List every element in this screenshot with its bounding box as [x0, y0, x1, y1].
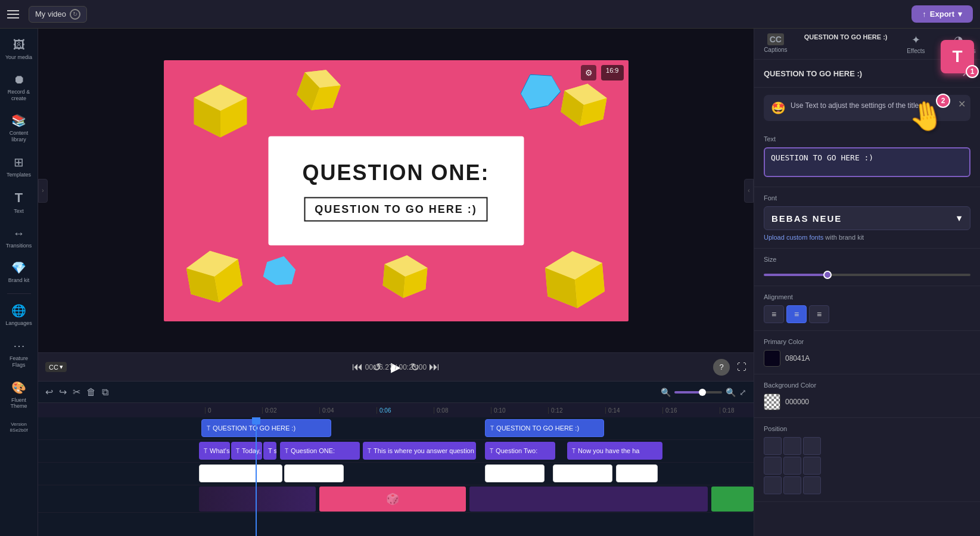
- delete-button[interactable]: 🗑: [86, 387, 96, 398]
- tab-effects[interactable]: ✦ Effects: [895, 29, 938, 59]
- ruler-mark-3: 0:06: [377, 407, 434, 414]
- clip-text-today[interactable]: T Today, w: [231, 442, 262, 460]
- zoom-in-button[interactable]: 🔍: [726, 388, 736, 397]
- video-canvas-wrap: › ‹: [38, 29, 754, 352]
- brand-icon: 💎: [11, 261, 26, 275]
- timeline: ↩ ↪ ✂ 🗑 ⧉ 🔍 🔍 ⤢ 0 0:02 0:04 0:06: [38, 381, 754, 536]
- size-slider[interactable]: [764, 274, 970, 276]
- clip-t-icon-5: T: [285, 448, 288, 454]
- sidebar-label-brand: Brand kit: [8, 277, 30, 284]
- sidebar-item-your-media[interactable]: 🖼 Your media: [2, 33, 36, 66]
- zoom-out-button[interactable]: 🔍: [661, 388, 671, 397]
- aspect-ratio-badge: 16:9: [601, 65, 623, 80]
- fit-button[interactable]: ⤢: [739, 388, 746, 397]
- menu-button[interactable]: [7, 7, 21, 21]
- time-separator: /: [395, 363, 399, 371]
- pos-midleft[interactable]: [764, 457, 782, 475]
- clip-text-answer[interactable]: T This is where you answer question one: [363, 442, 476, 460]
- pos-midright[interactable]: [803, 457, 821, 475]
- clip-today-label: Today, w: [242, 447, 262, 454]
- pos-bottomright[interactable]: [803, 476, 821, 494]
- sidebar-item-fluent-theme[interactable]: 🎨 FluentTheme: [2, 376, 36, 415]
- cc-icon: CC: [49, 364, 58, 371]
- clip-white-2[interactable]: [284, 464, 344, 482]
- video-title[interactable]: My video ↻: [29, 6, 87, 23]
- bg-color-swatch[interactable]: [764, 394, 780, 410]
- sidebar-item-text[interactable]: T Text: [2, 185, 36, 219]
- track-content-text: T What's up? T Today, w T s T Question: [199, 440, 754, 462]
- clip-title-1[interactable]: T QUESTION TO GO HERE :): [201, 419, 331, 437]
- clip-white-1[interactable]: [199, 464, 282, 482]
- clip-white-5[interactable]: [616, 464, 658, 482]
- pos-bottomcenter[interactable]: [783, 476, 801, 494]
- position-grid: [764, 437, 970, 494]
- sidebar-item-content-library[interactable]: 📚 Content library: [2, 109, 36, 148]
- panel-element-title: QUESTION TO GO HERE :): [804, 33, 888, 41]
- sidebar-item-version: Version8Se2b0f: [2, 417, 36, 438]
- tutorial-overlay: T 1: [941, 40, 974, 73]
- topbar: My video ↻ ↑ Export ▾: [0, 0, 980, 29]
- ruler-mark-6: 0:12: [548, 407, 605, 414]
- clip-text-s[interactable]: T s: [263, 442, 276, 460]
- primary-color-section: Primary Color 08041A: [754, 331, 980, 374]
- help-button[interactable]: ?: [713, 359, 730, 376]
- font-selector-dropdown[interactable]: BEBAS NEUE ▾: [764, 206, 970, 230]
- content-icon: 📚: [11, 113, 26, 128]
- clip-text-now[interactable]: T Now you have the ha: [567, 442, 662, 460]
- pos-topleft[interactable]: [764, 437, 782, 455]
- zoom-slider[interactable]: [674, 391, 722, 394]
- sidebar-item-record-create[interactable]: ⏺ Record &create: [2, 68, 36, 107]
- text-input[interactable]: [764, 147, 970, 177]
- skip-forward-button[interactable]: ⏭: [429, 361, 440, 373]
- collapse-left-arrow[interactable]: ›: [38, 179, 48, 203]
- sidebar-item-feature-flags[interactable]: ⋯ FeatureFlags: [2, 334, 36, 373]
- pos-topright[interactable]: [803, 437, 821, 455]
- clip-text-whatsup[interactable]: T What's up?: [199, 442, 230, 460]
- track-row-white: [38, 463, 754, 485]
- clip-white-3[interactable]: [485, 464, 545, 482]
- export-button[interactable]: ↑ Export ▾: [911, 5, 973, 23]
- track-row-titles: T QUESTION TO GO HERE :) T QUESTION TO G…: [38, 417, 754, 440]
- sidebar-item-transitions[interactable]: ↔ Transitions: [2, 222, 36, 254]
- upload-fonts-link[interactable]: Upload custom fonts: [764, 234, 823, 241]
- clip-white-4[interactable]: [553, 464, 612, 482]
- pos-midcenter[interactable]: [783, 457, 801, 475]
- captions-toggle[interactable]: CC ▾: [45, 362, 67, 372]
- clip-title-2[interactable]: T QUESTION TO GO HERE :): [485, 419, 604, 437]
- clip-t-icon-2: T: [490, 425, 494, 432]
- step1-container: T 1: [941, 40, 974, 73]
- clip-text-q2[interactable]: T Question Two:: [485, 442, 555, 460]
- undo-button[interactable]: ↩: [45, 386, 53, 398]
- tab-captions[interactable]: CC Captions: [754, 29, 797, 59]
- clip-t-icon-7: T: [490, 448, 493, 454]
- total-time: 00:23.00: [399, 363, 427, 371]
- duplicate-button[interactable]: ⧉: [102, 387, 108, 398]
- align-center-button[interactable]: ≡: [786, 305, 807, 323]
- content-panel: QUESTION ONE: QUESTION TO GO HERE :): [268, 136, 524, 245]
- ruler-mark-0: 0: [205, 407, 262, 414]
- sidebar-item-brand[interactable]: 💎 Brand kit: [2, 256, 36, 289]
- sidebar-item-languages[interactable]: 🌐 Languages: [2, 299, 36, 331]
- align-right-button[interactable]: ≡: [809, 305, 829, 323]
- panel-subtitle[interactable]: QUESTION TO GO HERE :): [304, 197, 488, 221]
- canvas-settings-button[interactable]: ⚙: [581, 65, 596, 80]
- video-canvas[interactable]: QUESTION ONE: QUESTION TO GO HERE :) ⚙ 1…: [164, 60, 629, 321]
- ruler-mark-8: 0:16: [662, 407, 720, 414]
- fullscreen-button[interactable]: ⛶: [737, 362, 746, 373]
- skip-back-button[interactable]: ⏮: [352, 361, 363, 373]
- clip-t-icon-6: T: [368, 448, 371, 454]
- clip-t-icon-3: T: [204, 448, 207, 454]
- pos-bottomleft[interactable]: [764, 476, 782, 494]
- record-icon: ⏺: [13, 73, 25, 86]
- sidebar-item-templates[interactable]: ⊞ Templates: [2, 150, 36, 183]
- cut-button[interactable]: ✂: [73, 386, 80, 398]
- redo-button[interactable]: ↪: [59, 386, 67, 398]
- pos-topcenter[interactable]: [783, 437, 801, 455]
- collapse-right-arrow[interactable]: ‹: [744, 179, 754, 203]
- primary-color-swatch[interactable]: [764, 350, 780, 367]
- left-sidebar: 🖼 Your media ⏺ Record &create 📚 Content …: [0, 29, 38, 536]
- zoom-controls: 🔍 🔍 ⤢: [661, 388, 746, 397]
- clip-text-q1[interactable]: T Question ONE:: [280, 442, 360, 460]
- hint-close-button[interactable]: ✕: [958, 98, 966, 110]
- align-left-button[interactable]: ≡: [764, 305, 784, 323]
